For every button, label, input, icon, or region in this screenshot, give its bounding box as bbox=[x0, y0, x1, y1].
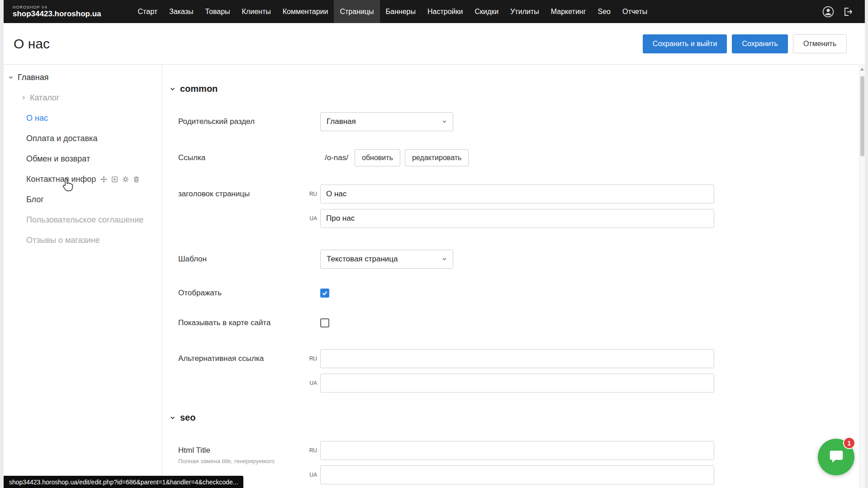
link-edit-button[interactable]: редактировать bbox=[405, 149, 469, 166]
chevron-down-icon bbox=[442, 255, 447, 264]
page-title: О нас bbox=[14, 36, 50, 52]
alt-link-ua-input[interactable] bbox=[320, 374, 714, 393]
menu-item-banners[interactable]: Баннеры bbox=[380, 0, 422, 23]
menu-item-seo[interactable]: Seo bbox=[592, 0, 617, 23]
sidebar-item-o-nas[interactable]: О нас bbox=[4, 108, 162, 128]
alt-link-ua-row: UA bbox=[305, 374, 714, 393]
sidebar-item-oplata-i-dostavka[interactable]: Оплата и доставка bbox=[4, 128, 162, 149]
row-alt-link: Альтернативная ссылка RU UA bbox=[178, 349, 847, 393]
page: { "colors": { "topbar_bg": "#191919", "a… bbox=[0, 0, 868, 488]
parent-section-select[interactable]: Главная bbox=[320, 112, 453, 131]
chevron-down-icon bbox=[8, 73, 14, 82]
lang-badge-ru: RU bbox=[305, 355, 320, 362]
sidebar-item-glavnaya[interactable]: Главная bbox=[4, 67, 162, 88]
section-common-title: common bbox=[180, 84, 218, 94]
sidebar-page-tree: Главная Каталог О нас Оплата и доставка … bbox=[4, 65, 162, 488]
main-menu: Старт Заказы Товары Клиенты Комментарии … bbox=[132, 0, 654, 23]
add-icon[interactable] bbox=[111, 175, 119, 183]
chevron-down-icon bbox=[170, 412, 175, 423]
user-icon[interactable] bbox=[822, 6, 834, 18]
header-buttons: Сохранить и выйти Сохранить Отменить bbox=[643, 34, 847, 53]
delete-icon[interactable] bbox=[133, 175, 140, 183]
link-label: Ссылка bbox=[178, 153, 305, 162]
status-url-bar: shop34423.horoshop.ua/edit/edit.php?id=6… bbox=[4, 476, 243, 488]
row-page-heading: заголовок страницы RU UA bbox=[178, 185, 847, 228]
menu-item-settings[interactable]: Настройки bbox=[422, 0, 469, 23]
section-seo[interactable]: seo bbox=[170, 412, 847, 423]
save-button[interactable]: Сохранить bbox=[732, 34, 788, 53]
alt-link-label: Альтернативная ссылка bbox=[178, 349, 305, 363]
status-url-text: shop34423.horoshop.ua/edit/edit.php?id=6… bbox=[9, 479, 238, 486]
sidebar-item-kontaktnaya-informatsiya[interactable]: Контактная инфор bbox=[4, 169, 162, 190]
app-window: HOROSHOP V4 shop34423.horoshop.ua Старт … bbox=[4, 0, 865, 488]
sidebar-item-polzovatelskoe-soglashenie[interactable]: Пользовательское соглашение bbox=[4, 210, 162, 230]
menu-item-reports[interactable]: Отчеты bbox=[617, 0, 653, 23]
lang-badge-ru: RU bbox=[305, 447, 320, 454]
sidebar-item-actions bbox=[100, 175, 140, 183]
sidebar-item-label: Блог bbox=[26, 195, 44, 204]
logout-icon[interactable] bbox=[842, 6, 853, 17]
section-common[interactable]: common bbox=[170, 84, 847, 94]
sidebar-item-blog[interactable]: Блог bbox=[4, 190, 162, 210]
scroll-up-arrow-icon[interactable] bbox=[860, 68, 864, 71]
menu-item-discounts[interactable]: Скидки bbox=[469, 0, 504, 23]
row-display: Отображать bbox=[178, 289, 847, 298]
vertical-scrollbar[interactable] bbox=[859, 65, 865, 488]
sidebar-item-label: Каталог bbox=[30, 93, 59, 103]
save-and-exit-button[interactable]: Сохранить и выйти bbox=[643, 34, 727, 53]
alt-link-ru-input[interactable] bbox=[320, 349, 714, 368]
chevron-down-icon bbox=[442, 117, 447, 126]
html-title-inputs: RU UA bbox=[305, 441, 714, 484]
menu-item-products[interactable]: Товары bbox=[199, 0, 236, 23]
html-title-ua-input[interactable] bbox=[320, 465, 714, 484]
page-heading-ru-input[interactable] bbox=[320, 185, 714, 204]
menu-item-orders[interactable]: Заказы bbox=[163, 0, 199, 23]
parent-section-label: Родительский раздел bbox=[178, 117, 305, 126]
html-title-ua-row: UA bbox=[305, 465, 714, 484]
parent-section-value: Главная bbox=[327, 117, 356, 126]
sidebar-item-obmen-i-vozvrat[interactable]: Обмен и возврат bbox=[4, 149, 162, 169]
template-label: Шаблон bbox=[178, 255, 305, 264]
lang-badge-ua: UA bbox=[305, 380, 320, 386]
html-title-label: Html Title bbox=[178, 446, 305, 455]
sitemap-label: Показывать в карте сайта bbox=[178, 318, 305, 327]
page-heading-ua-input[interactable] bbox=[320, 209, 714, 228]
scrollbar-thumb[interactable] bbox=[860, 76, 864, 156]
page-heading-ru-row: RU bbox=[305, 185, 714, 204]
menu-item-utilities[interactable]: Утилиты bbox=[504, 0, 545, 23]
page-heading-ua-row: UA bbox=[305, 209, 714, 228]
display-checkbox[interactable] bbox=[320, 289, 329, 298]
chat-widget-button[interactable]: 1 bbox=[818, 439, 854, 475]
sidebar-item-katalog[interactable]: Каталог bbox=[4, 88, 162, 108]
row-link: Ссылка /o-nas/ обновить редактировать bbox=[178, 149, 847, 166]
chevron-right-icon bbox=[21, 93, 26, 103]
sidebar-item-otzyvy-o-magazine[interactable]: Отзывы о магазине bbox=[4, 230, 162, 251]
page-heading-label: заголовок страницы bbox=[178, 185, 305, 199]
brand[interactable]: HOROSHOP V4 shop34423.horoshop.ua bbox=[4, 0, 101, 23]
template-select[interactable]: Текстовая страница bbox=[320, 250, 453, 269]
body: Главная Каталог О нас Оплата и доставка … bbox=[4, 65, 865, 488]
move-icon[interactable] bbox=[100, 175, 108, 183]
menu-item-pages[interactable]: Страницы bbox=[334, 0, 379, 23]
menu-item-marketing[interactable]: Маркетинг bbox=[545, 0, 592, 23]
html-title-ru-input[interactable] bbox=[320, 441, 714, 460]
row-html-title: Html Title Полная замена title, генериру… bbox=[178, 441, 847, 484]
menu-item-clients[interactable]: Клиенты bbox=[236, 0, 277, 23]
link-refresh-button[interactable]: обновить bbox=[355, 149, 400, 166]
menu-item-comments[interactable]: Комментарии bbox=[277, 0, 334, 23]
page-heading-inputs: RU UA bbox=[305, 185, 714, 228]
menu-item-start[interactable]: Старт bbox=[132, 0, 163, 23]
brand-domain: shop34423.horoshop.ua bbox=[13, 9, 101, 19]
alt-link-ru-row: RU bbox=[305, 349, 714, 368]
display-label: Отображать bbox=[178, 289, 305, 298]
sidebar-item-label: Отзывы о магазине bbox=[26, 236, 100, 245]
alt-link-inputs: RU UA bbox=[305, 349, 714, 393]
page-header: О нас Сохранить и выйти Сохранить Отмени… bbox=[4, 23, 865, 65]
sitemap-checkbox[interactable] bbox=[320, 318, 329, 327]
cancel-button[interactable]: Отменить bbox=[793, 34, 847, 53]
lang-badge-ru: RU bbox=[305, 191, 320, 197]
sidebar-item-label: Оплата и доставка bbox=[26, 134, 97, 143]
sidebar-item-label: Пользовательское соглашение bbox=[26, 215, 143, 225]
sidebar-item-label: О нас bbox=[26, 114, 48, 123]
settings-icon[interactable] bbox=[122, 175, 129, 183]
